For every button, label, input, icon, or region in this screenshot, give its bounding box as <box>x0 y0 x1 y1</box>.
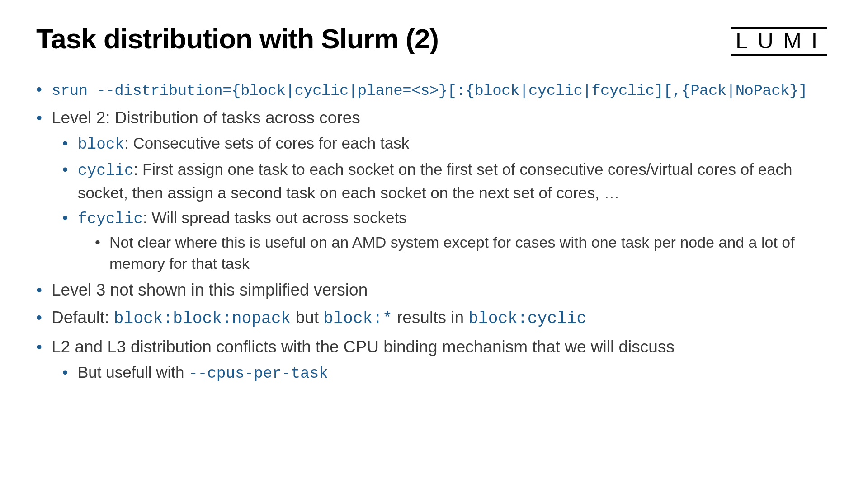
logo: LUMI <box>731 27 827 56</box>
bullet-list: srun --distribution={block|cyclic|plane=… <box>36 77 832 385</box>
bullet-srun: srun --distribution={block|cyclic|plane=… <box>36 77 832 102</box>
text-fcyclic: : Will spread tasks out across sockets <box>143 209 407 226</box>
bullet-fcyclic-note: Not clear where this is useful on an AMD… <box>95 232 832 274</box>
code-srun: srun --distribution={block|cyclic|plane=… <box>52 82 807 99</box>
text-default-mid2: results in <box>392 308 469 327</box>
bullet-cyclic: cyclic: First assign one task to each so… <box>62 158 832 204</box>
code-default1: block:block:nopack <box>114 310 291 328</box>
text-default-pre: Default: <box>52 308 114 327</box>
text-block: : Consecutive sets of cores for each tas… <box>124 134 409 152</box>
bullet-level3: Level 3 not shown in this simplified ver… <box>36 278 832 302</box>
slide: LUMI Task distribution with Slurm (2) sr… <box>0 0 868 488</box>
bullet-fcyclic: fcyclic: Will spread tasks out across so… <box>62 206 832 274</box>
bullet-level2: Level 2: Distribution of tasks across co… <box>36 106 832 274</box>
sublist-fcyclic: Not clear where this is useful on an AMD… <box>78 232 832 274</box>
code-cpus-per-task: --cpus-per-task <box>189 365 328 382</box>
text-usefull-pre: But usefull with <box>78 363 189 381</box>
code-block: block <box>78 136 124 153</box>
code-default2: block:* <box>323 310 392 328</box>
bullet-usefull: But usefull with --cpus-per-task <box>62 361 832 385</box>
code-fcyclic: fcyclic <box>78 210 143 228</box>
code-default3: block:cyclic <box>468 310 586 328</box>
bullet-block: block: Consecutive sets of cores for eac… <box>62 132 832 155</box>
sublist-l2l3: But usefull with --cpus-per-task <box>52 361 832 385</box>
text-level2: Level 2: Distribution of tasks across co… <box>52 108 360 127</box>
text-default-mid: but <box>291 308 323 327</box>
text-cyclic: : First assign one task to each socket o… <box>78 160 793 202</box>
code-cyclic: cyclic <box>78 162 134 179</box>
slide-title: Task distribution with Slurm (2) <box>36 23 832 55</box>
text-l2l3: L2 and L3 distribution conflicts with th… <box>52 338 675 356</box>
bullet-default: Default: block:block:nopack but block:* … <box>36 305 832 331</box>
text-fcyclic-note: Not clear where this is useful on an AMD… <box>109 234 795 272</box>
bullet-l2l3: L2 and L3 distribution conflicts with th… <box>36 335 832 385</box>
sublist-level2: block: Consecutive sets of cores for eac… <box>52 132 832 274</box>
text-level3: Level 3 not shown in this simplified ver… <box>52 281 368 299</box>
